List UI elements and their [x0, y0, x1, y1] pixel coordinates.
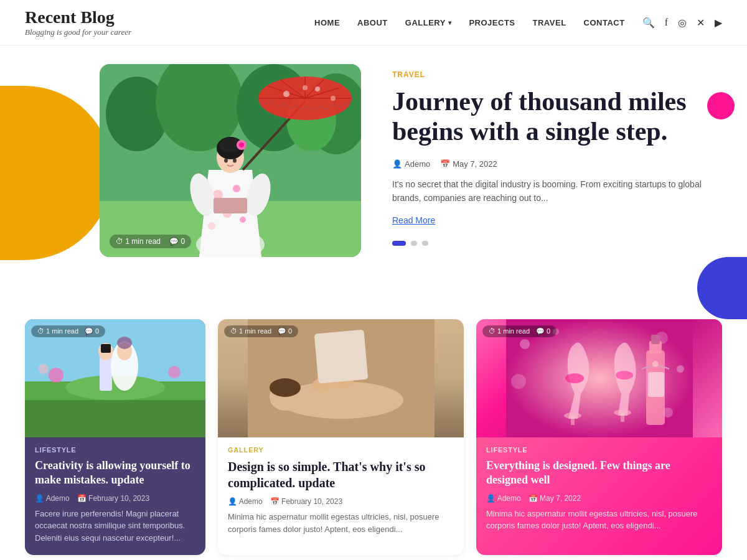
svg-point-36: [303, 85, 308, 90]
twitter-icon[interactable]: ✕: [697, 17, 705, 29]
search-icon[interactable]: 🔍: [642, 17, 655, 29]
card-3-author-line: 👤 Ademo 📅 May 7, 2022: [486, 494, 712, 503]
main-nav: HOME ABOUT GALLERY ▾ PROJECTS TRAVEL CON…: [314, 17, 722, 29]
youtube-icon[interactable]: ▶: [715, 17, 722, 29]
carousel-dots: [392, 241, 722, 246]
hero-excerpt: It's no secret that the digital industry…: [392, 177, 722, 205]
logo-title: Recent Blog: [25, 7, 131, 27]
hero-date: 📅 May 7, 2022: [440, 159, 497, 169]
dot-2[interactable]: [411, 241, 417, 246]
card-2-comments: 💬 0: [278, 327, 292, 335]
card-1-author-line: 👤 Ademo 📅 February 10, 2023: [35, 494, 195, 503]
card-3-tag: LIFESTYLE: [486, 446, 712, 454]
svg-point-13: [208, 222, 215, 230]
card-3-title: Everything is designed. Few things are d…: [486, 459, 712, 488]
svg-point-46: [117, 337, 132, 349]
svg-point-71: [616, 371, 633, 380]
card-2-meta: ⏱ 1 min read 💬 0: [224, 325, 298, 337]
svg-rect-74: [651, 335, 660, 344]
hero-section: ⏱ 1 min read 💬 0 TRAVEL Journey of thous…: [0, 45, 747, 313]
hero-author: 👤 Ademo: [392, 159, 430, 169]
svg-rect-70: [621, 413, 624, 422]
card-3-comments: 💬 0: [536, 327, 550, 335]
svg-point-12: [240, 217, 246, 223]
facebook-icon[interactable]: f: [665, 17, 668, 28]
dot-1[interactable]: [392, 241, 406, 246]
card-1-title: Creativity is allowing yourself to make …: [35, 459, 195, 488]
svg-rect-43: [101, 344, 111, 353]
svg-point-68: [565, 373, 584, 383]
card-2-author: 👤 Ademo: [228, 497, 263, 506]
hero-content: TRAVEL Journey of thousand miles begins …: [392, 64, 722, 246]
card-1-date: 📅 February 10, 2023: [77, 494, 149, 503]
nav-contact[interactable]: CONTACT: [584, 18, 625, 27]
header: Recent Blog Blogging is good for your ca…: [0, 0, 747, 45]
svg-point-34: [315, 86, 320, 91]
card-1-read: ⏱ 1 min read: [37, 327, 78, 335]
card-3-read: ⏱ 1 min read: [489, 327, 530, 335]
read-more-link[interactable]: Read More: [392, 215, 435, 225]
svg-point-76: [652, 361, 659, 367]
social-icons: 🔍 f ◎ ✕ ▶: [642, 17, 722, 29]
card-1-excerpt: Facere irure perferendis! Magni placerat…: [35, 508, 195, 544]
card-lifestyle-creativity: ⏱ 1 min read 💬 0 LIFESTYLE Creativity is…: [25, 319, 205, 555]
hero-image: ⏱ 1 min read 💬 0: [100, 64, 361, 257]
nav-travel[interactable]: TRAVEL: [533, 18, 566, 27]
card-3-image: ⏱ 1 min read 💬 0: [476, 319, 722, 437]
svg-point-64: [511, 374, 526, 389]
hero-author-line: 👤 Ademo 📅 May 7, 2022: [392, 159, 722, 169]
svg-rect-16: [214, 198, 247, 213]
svg-point-63: [677, 365, 684, 373]
card-1-comments: 💬 0: [85, 327, 99, 335]
card-gallery-design: ⏱ 1 min read 💬 0 GALLERY Design is so si…: [218, 319, 464, 555]
card-1-meta: ⏱ 1 min read 💬 0: [31, 325, 105, 337]
svg-point-48: [168, 366, 181, 378]
card-1-body: LIFESTYLE Creativity is allowing yoursel…: [25, 437, 205, 555]
svg-point-22: [224, 159, 228, 163]
hero-illustration: [100, 64, 361, 257]
svg-rect-67: [571, 416, 575, 425]
card-2-image: ⏱ 1 min read 💬 0: [218, 319, 464, 437]
hero-read-time: ⏱ 1 min read: [116, 237, 161, 246]
hero-tag: TRAVEL: [392, 70, 722, 79]
nav-about[interactable]: ABOUT: [357, 18, 388, 27]
svg-point-47: [49, 368, 63, 383]
logo-subtitle: Blogging is good for your career: [25, 27, 131, 37]
svg-point-49: [39, 364, 49, 374]
svg-point-35: [331, 96, 336, 101]
card-2-title: Design is so simple. That's why it's so …: [228, 459, 454, 491]
card-3-date: 📅 May 7, 2022: [529, 494, 581, 503]
card-2-read: ⏱ 1 min read: [230, 327, 271, 335]
nav-projects[interactable]: PROJECTS: [469, 18, 515, 27]
card-1-image: ⏱ 1 min read 💬 0: [25, 319, 205, 437]
card-3-author: 👤 Ademo: [486, 494, 521, 503]
svg-point-23: [233, 159, 237, 163]
card-1-author: 👤 Ademo: [35, 494, 70, 503]
svg-rect-41: [100, 357, 112, 391]
svg-point-33: [283, 91, 289, 97]
hero-image-wrap: ⏱ 1 min read 💬 0: [100, 64, 361, 257]
hero-title: Journey of thousand miles begins with a …: [392, 86, 722, 147]
card-2-body: GALLERY Design is so simple. That's why …: [218, 437, 464, 546]
gallery-chevron-icon: ▾: [448, 19, 452, 26]
card-lifestyle-design: ⏱ 1 min read 💬 0 LIFESTYLE Everything is…: [476, 319, 722, 555]
svg-point-60: [520, 339, 530, 349]
instagram-icon[interactable]: ◎: [678, 17, 687, 29]
hero-meta: ⏱ 1 min read 💬 0: [110, 235, 191, 248]
logo-area: Recent Blog Blogging is good for your ca…: [25, 7, 131, 37]
card-2-date: 📅 February 10, 2023: [270, 497, 342, 506]
svg-rect-38: [25, 394, 205, 437]
nav-gallery[interactable]: GALLERY ▾: [405, 18, 452, 27]
card-3-excerpt: Minima hic aspernatur mollit egestas ult…: [486, 508, 712, 532]
card-1-tag: LIFESTYLE: [35, 446, 195, 454]
nav-home[interactable]: HOME: [314, 18, 340, 27]
card-2-author-line: 👤 Ademo 📅 February 10, 2023: [228, 497, 454, 506]
svg-point-10: [233, 185, 240, 192]
cards-section: ⏱ 1 min read 💬 0 LIFESTYLE Creativity is…: [0, 313, 747, 560]
card-2-excerpt: Minima hic aspernatur mollit egestas ult…: [228, 511, 454, 535]
svg-rect-75: [648, 372, 664, 397]
dot-3[interactable]: [422, 241, 428, 246]
hero-comments: 💬 0: [169, 237, 185, 246]
card-3-body: LIFESTYLE Everything is designed. Few th…: [476, 437, 722, 543]
card-2-tag: GALLERY: [228, 446, 454, 454]
